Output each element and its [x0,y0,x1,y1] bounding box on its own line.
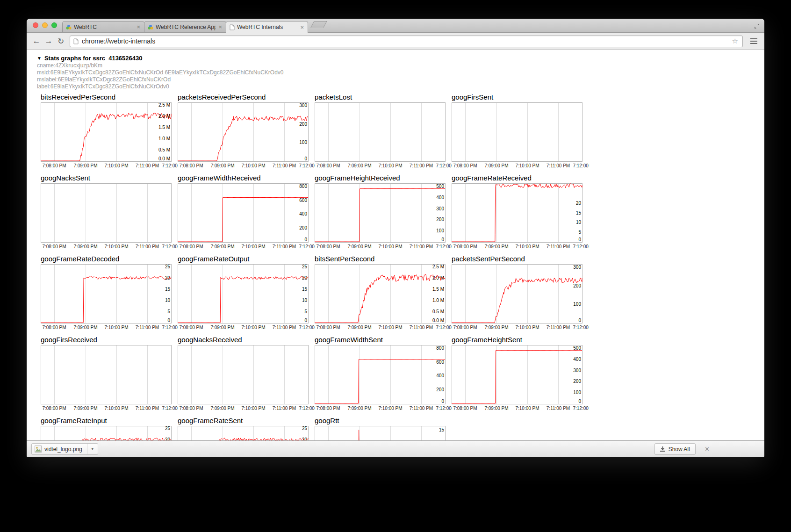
svg-text:0: 0 [578,237,581,242]
tab-close-icon[interactable]: × [218,24,223,30]
back-button[interactable]: ← [30,35,43,47]
browser-window: WebRTC × WebRTC Reference App × WebRTC I… [27,19,764,457]
x-tick-label: 7:12:00 PM [162,325,179,330]
svg-text:500: 500 [436,184,444,189]
chart-title: googNacksSent [41,174,172,183]
svg-text:0.0 M: 0.0 M [158,156,170,161]
collapse-triangle-icon[interactable]: ▼ [37,56,42,61]
chart-title: googFirsReceived [41,336,172,345]
chart-googFrameWidthSent: googFrameWidthSent80060040020007:08:00 P… [315,336,446,412]
menu-button[interactable] [747,35,761,47]
page-icon [73,38,79,44]
x-tick-label: 7:10:00 PM [515,406,539,411]
x-tick-label: 7:08:00 PM [42,406,66,411]
stats-graphs-title: Stats graphs for ssrc_4136526430 [44,55,143,62]
svg-text:200: 200 [573,283,581,288]
close-window-button[interactable] [33,22,38,28]
x-tick-label: 7:11:00 PM [547,406,570,411]
x-tick-label: 7:08:00 PM [42,325,66,330]
svg-text:10: 10 [165,298,171,303]
x-tick-label: 7:12:00 PM [299,325,316,330]
x-tick-label: 7:12:00 PM [573,325,590,330]
tab-close-icon[interactable]: × [300,24,304,30]
chart-title: googFirsSent [452,93,582,102]
x-tick-label: 7:09:00 PM [210,163,234,168]
chart-plot-area: 2520151050 [178,426,309,440]
x-tick-label: 7:10:00 PM [241,244,265,249]
download-item-caret-icon[interactable]: ▼ [87,444,98,454]
stats-graphs-header[interactable]: ▼ Stats graphs for ssrc_4136526430 [37,55,764,62]
forward-button[interactable]: → [43,35,55,47]
x-tick-label: 7:09:00 PM [484,244,508,249]
reload-button[interactable]: ↻ [55,35,67,47]
svg-text:0.0 M: 0.0 M [432,318,444,323]
svg-text:15: 15 [576,210,582,216]
x-tick-label: 7:09:00 PM [73,244,97,249]
x-tick-label: 7:08:00 PM [453,163,477,168]
chart-plot-area: 8006004002000 [178,183,309,243]
x-tick-label: 7:10:00 PM [378,325,402,330]
x-tick-label: 7:11:00 PM [136,163,159,168]
svg-text:25: 25 [302,264,308,269]
minimize-window-button[interactable] [42,22,48,28]
x-tick-label: 7:12:00 PM [573,406,590,411]
chart-googFrameRateSent: googFrameRateSent25201510507:08:00 PM7:0… [178,417,309,440]
mslabel-line: mslabel:6E9laEYkyxIkTCxDgc82ZGoEhlCfxNuC… [37,76,764,83]
x-tick-label: 7:12:00 PM [299,244,316,249]
download-shelf-close-icon[interactable]: × [705,446,709,453]
x-tick-label: 7:10:00 PM [104,163,128,168]
chart-plot-area: 151050 [315,426,446,440]
x-tick-label: 7:09:00 PM [484,325,508,330]
downloaded-file-item[interactable]: vidtel_logo.png ▼ [31,443,98,455]
chart-title: googRtt [315,417,446,426]
svg-text:10: 10 [302,298,308,303]
svg-text:600: 600 [299,198,307,203]
x-tick-label: 7:11:00 PM [273,244,296,249]
chart-bitsReceivedPerSecond: bitsReceivedPerSecond2.5 M2.0 M1.5 M1.0 … [41,93,172,169]
bookmark-star-icon[interactable]: ☆ [731,37,739,45]
svg-text:15: 15 [165,287,171,292]
x-tick-label: 7:08:00 PM [42,244,66,249]
chart-x-axis-labels: 7:08:00 PM7:09:00 PM7:10:00 PM7:11:00 PM… [178,404,316,412]
x-tick-label: 7:09:00 PM [73,325,97,330]
svg-text:600: 600 [436,359,444,365]
svg-text:20: 20 [576,201,582,206]
browser-toolbar: ← → ↻ chrome://webrtc-internals ☆ [27,33,764,50]
svg-text:300: 300 [436,206,444,211]
chart-plot-area [315,102,446,162]
zoom-window-button[interactable] [51,22,57,28]
x-tick-label: 7:08:00 PM [316,406,340,411]
svg-text:0: 0 [304,156,307,161]
tab-webrtc[interactable]: WebRTC × [62,21,144,32]
x-tick-label: 7:10:00 PM [241,325,265,330]
svg-text:300: 300 [573,368,581,373]
chart-plot-area [452,102,582,162]
chart-title: bitsReceivedPerSecond [41,93,172,102]
svg-text:200: 200 [436,217,444,222]
url-text[interactable]: chrome://webrtc-internals [82,37,731,45]
chart-plot-area [41,345,172,404]
svg-text:400: 400 [573,357,581,362]
x-tick-label: 7:10:00 PM [104,406,128,411]
x-tick-label: 7:10:00 PM [241,163,265,168]
chart-plot-area [41,183,172,243]
tab-webrtc-reference-app[interactable]: WebRTC Reference App × [144,21,226,32]
chart-packetsReceivedPerSecond: packetsReceivedPerSecond30020010007:08:0… [178,93,309,169]
fullscreen-icon[interactable] [754,22,760,31]
x-tick-label: 7:11:00 PM [136,244,159,249]
new-tab-button[interactable] [310,21,327,28]
tab-label: WebRTC [74,24,134,30]
show-all-button[interactable]: Show All [654,443,696,455]
tab-webrtc-internals[interactable]: WebRTC Internals × [226,21,308,33]
x-tick-label: 7:12:00 PM [436,163,453,168]
chart-title: googNacksReceived [178,336,309,345]
chart-x-axis-labels: 7:08:00 PM7:09:00 PM7:10:00 PM7:11:00 PM… [41,162,179,169]
chart-bitsSentPerSecond: bitsSentPerSecond2.5 M2.0 M1.5 M1.0 M0.5… [315,255,446,331]
address-bar[interactable]: chrome://webrtc-internals ☆ [70,36,743,47]
svg-text:100: 100 [573,302,581,307]
download-file-name: vidtel_logo.png [44,446,82,453]
tab-close-icon[interactable]: × [136,24,141,30]
svg-text:0: 0 [578,399,581,404]
chart-title: googFrameRateDecoded [41,255,172,264]
chart-plot-area: 20151050 [452,183,582,243]
